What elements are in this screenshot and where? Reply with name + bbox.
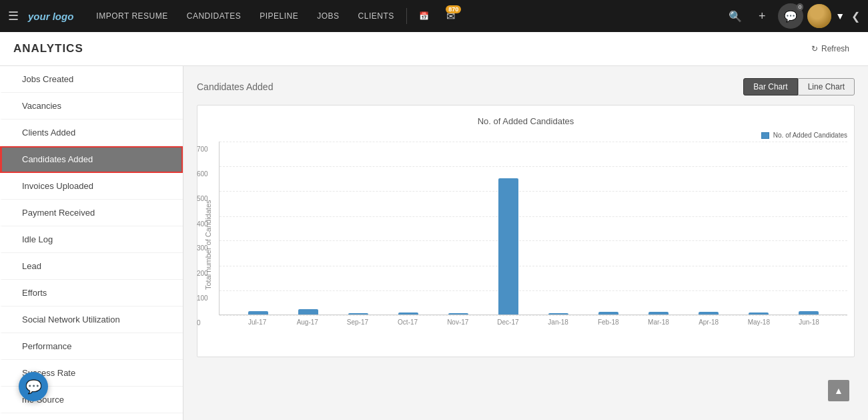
x-label: Apr-18: [684, 319, 734, 326]
scroll-to-top-button[interactable]: ▲: [828, 380, 849, 401]
nav-pipeline[interactable]: PIPELINE: [250, 0, 308, 32]
nav-clients[interactable]: CLIENTS: [349, 0, 404, 32]
nav-divider: [406, 8, 407, 24]
refresh-icon: ↻: [811, 44, 818, 53]
sidebar-item-efforts[interactable]: Efforts: [0, 280, 183, 306]
x-label: Jul-17: [232, 319, 282, 326]
bar-chart-button[interactable]: Bar Chart: [743, 78, 797, 95]
bar: [749, 312, 769, 314]
bar-group: [584, 312, 634, 314]
bar: [648, 312, 669, 314]
bar-group: [333, 313, 383, 314]
floating-chat-button[interactable]: 💬: [19, 372, 48, 401]
legend-label: No. of Added Candidates: [773, 132, 847, 139]
section-title: Candidates Added: [197, 81, 273, 92]
bars-area: [220, 142, 847, 314]
bar-group: [383, 312, 433, 314]
refresh-label: Refresh: [821, 44, 849, 53]
bar: [799, 311, 819, 314]
sidebar-item-lead[interactable]: Lead: [0, 253, 183, 280]
bar: [298, 309, 318, 314]
bar: [699, 312, 719, 314]
x-label: May-18: [734, 319, 784, 326]
nav-calendar[interactable]: 📅: [410, 0, 439, 32]
chat-badge: 0: [797, 3, 803, 11]
sidebar-item-performance[interactable]: Performance: [0, 333, 183, 360]
y-tick-label: 100: [197, 294, 208, 301]
bar: [548, 313, 568, 314]
notification-badge: 870: [446, 5, 461, 13]
hamburger-icon[interactable]: ☰: [8, 9, 19, 23]
bar-group: [684, 312, 734, 314]
main-content: Candidates Added Bar Chart Line Chart No…: [183, 66, 868, 420]
bar-group: [533, 313, 583, 314]
y-tick-label: 500: [197, 195, 208, 202]
chart-wrapper: Total number of Candidates 7006005004003…: [204, 142, 847, 349]
y-tick-label: 700: [197, 146, 208, 153]
chart-title: No. of Added Candidates: [204, 116, 847, 126]
bar-group: [734, 312, 784, 314]
topnav-right: 🔍 + 💬 0 ▼ ❮: [723, 3, 860, 29]
bar-group: [634, 312, 684, 314]
main-layout: Jobs Created Vacancies Clients Added Can…: [0, 66, 868, 420]
sidebar: Jobs Created Vacancies Clients Added Can…: [0, 66, 183, 420]
x-axis-labels: Jul-17Aug-17Sep-17Oct-17Nov-17Dec-17Jan-…: [219, 319, 847, 326]
y-tick-label: 600: [197, 170, 208, 178]
sidebar-item-jobs-created[interactable]: Jobs Created: [0, 66, 183, 93]
gridline: [220, 315, 847, 316]
y-tick-label: 400: [197, 220, 208, 227]
chat-button[interactable]: 💬 0: [778, 3, 803, 29]
x-label: Jan-18: [533, 319, 583, 326]
bar-group: [433, 313, 483, 314]
x-label: Mar-18: [633, 319, 683, 326]
x-label: Oct-17: [383, 319, 433, 326]
bar: [598, 312, 618, 314]
bar: [348, 313, 368, 314]
nav-links: IMPORT RESUME CANDIDATES PIPELINE JOBS C…: [87, 0, 723, 32]
add-icon[interactable]: +: [750, 4, 774, 28]
chart-type-buttons: Bar Chart Line Chart: [743, 78, 855, 95]
y-tick-label: 0: [197, 319, 201, 327]
chart-area: 7006005004003002001000 Jul-17Aug-17Sep-1…: [219, 142, 847, 349]
x-label: Nov-17: [433, 319, 483, 326]
sidebar-item-idle-log[interactable]: Idle Log: [0, 226, 183, 253]
x-label: Sep-17: [332, 319, 382, 326]
x-label: Feb-18: [583, 319, 633, 326]
chevron-down-icon[interactable]: ▼: [835, 11, 845, 21]
chart-legend: No. of Added Candidates: [204, 132, 847, 139]
bar-group: [233, 311, 283, 314]
top-navigation: ☰ your logo IMPORT RESUME CANDIDATES PIP…: [0, 0, 868, 32]
sidebar-item-social-network[interactable]: Social Network Utilization: [0, 306, 183, 333]
nav-import-resume[interactable]: IMPORT RESUME: [87, 0, 177, 32]
bar: [248, 311, 268, 314]
nav-jobs[interactable]: JOBS: [308, 0, 348, 32]
legend-color-swatch: [761, 132, 769, 139]
search-icon[interactable]: 🔍: [723, 4, 747, 28]
x-label: Aug-17: [282, 319, 332, 326]
nav-candidates[interactable]: CANDIDATES: [177, 0, 250, 32]
collapse-icon[interactable]: ❮: [851, 10, 860, 23]
nav-notifications[interactable]: ✉ 870: [438, 4, 462, 28]
logo: your logo: [28, 11, 73, 22]
section-header: Candidates Added Bar Chart Line Chart: [197, 78, 855, 95]
refresh-button[interactable]: ↻ Refresh: [806, 41, 855, 56]
x-label: Jun-18: [784, 319, 834, 326]
bar-group: [283, 309, 333, 314]
sidebar-item-invoices-uploaded[interactable]: Invoices Uploaded: [0, 173, 183, 200]
bar: [398, 312, 418, 314]
page-header: ANALYTICS ↻ Refresh: [0, 32, 868, 66]
y-tick-label: 200: [197, 269, 208, 276]
chart-container: No. of Added Candidates No. of Added Can…: [197, 105, 855, 357]
bar: [448, 313, 468, 314]
y-tick-label: 300: [197, 244, 208, 252]
x-label: Dec-17: [483, 319, 533, 326]
avatar[interactable]: [807, 4, 831, 28]
sidebar-item-vacancies[interactable]: Vacancies: [0, 93, 183, 120]
bar-group: [483, 178, 533, 314]
bar: [498, 178, 518, 314]
sidebar-item-payment-received[interactable]: Payment Received: [0, 200, 183, 226]
sidebar-item-clients-added[interactable]: Clients Added: [0, 120, 183, 146]
bar-group: [784, 311, 834, 314]
line-chart-button[interactable]: Line Chart: [798, 78, 855, 95]
sidebar-item-candidates-added[interactable]: Candidates Added: [0, 146, 183, 173]
